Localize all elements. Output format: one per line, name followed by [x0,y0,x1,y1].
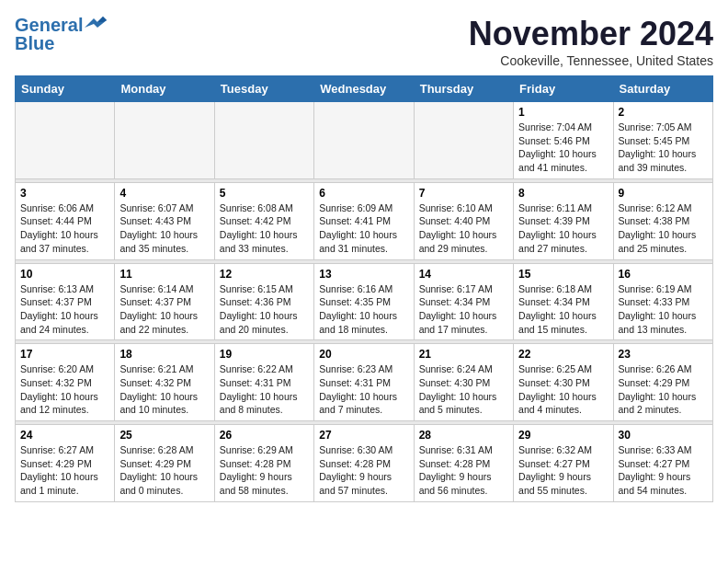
table-row: 28Sunrise: 6:31 AM Sunset: 4:28 PM Dayli… [414,425,513,502]
page-header: General Blue November 2024 Cookeville, T… [15,15,713,68]
table-row: 3Sunrise: 6:06 AM Sunset: 4:44 PM Daylig… [16,182,115,259]
day-number: 5 [220,187,309,200]
table-row: 18Sunrise: 6:21 AM Sunset: 4:32 PM Dayli… [115,344,214,421]
day-info: Sunrise: 6:09 AM Sunset: 4:41 PM Dayligh… [319,201,408,256]
table-row: 21Sunrise: 6:24 AM Sunset: 4:30 PM Dayli… [414,344,513,421]
calendar-table: Sunday Monday Tuesday Wednesday Thursday… [15,75,713,502]
table-row: 27Sunrise: 6:30 AM Sunset: 4:28 PM Dayli… [314,425,414,502]
day-info: Sunrise: 6:33 AM Sunset: 4:27 PM Dayligh… [619,443,708,498]
day-number: 12 [220,268,309,281]
table-row: 10Sunrise: 6:13 AM Sunset: 4:37 PM Dayli… [16,263,115,340]
table-row: 13Sunrise: 6:16 AM Sunset: 4:35 PM Dayli… [314,263,414,340]
table-row: 30Sunrise: 6:33 AM Sunset: 4:27 PM Dayli… [613,425,712,502]
day-info: Sunrise: 6:18 AM Sunset: 4:34 PM Dayligh… [518,282,608,337]
day-number: 6 [319,187,408,200]
calendar-week-row: 10Sunrise: 6:13 AM Sunset: 4:37 PM Dayli… [16,263,713,340]
day-info: Sunrise: 6:20 AM Sunset: 4:32 PM Dayligh… [20,362,109,417]
day-number: 27 [319,429,408,442]
table-row [314,102,414,179]
calendar-week-row: 3Sunrise: 6:06 AM Sunset: 4:44 PM Daylig… [16,182,713,259]
calendar-week-row: 24Sunrise: 6:27 AM Sunset: 4:29 PM Dayli… [16,425,713,502]
table-row: 25Sunrise: 6:28 AM Sunset: 4:29 PM Dayli… [115,425,214,502]
table-row [16,102,115,179]
day-number: 16 [619,268,708,281]
day-number: 30 [619,429,708,442]
header-monday: Monday [115,76,214,102]
day-number: 10 [20,268,109,281]
logo-bird-icon [85,15,107,31]
day-info: Sunrise: 6:12 AM Sunset: 4:38 PM Dayligh… [619,201,708,256]
day-info: Sunrise: 7:04 AM Sunset: 5:46 PM Dayligh… [518,121,608,175]
day-number: 25 [119,429,209,442]
day-info: Sunrise: 6:15 AM Sunset: 4:36 PM Dayligh… [220,282,309,337]
logo-text: General [15,15,83,35]
day-number: 20 [319,348,408,361]
table-row: 23Sunrise: 6:26 AM Sunset: 4:29 PM Dayli… [613,344,712,421]
day-info: Sunrise: 6:24 AM Sunset: 4:30 PM Dayligh… [419,362,508,417]
table-row: 20Sunrise: 6:23 AM Sunset: 4:31 PM Dayli… [314,344,414,421]
table-row: 8Sunrise: 6:11 AM Sunset: 4:39 PM Daylig… [514,182,613,259]
table-row: 16Sunrise: 6:19 AM Sunset: 4:33 PM Dayli… [613,263,712,340]
day-number: 9 [619,187,708,200]
table-row: 22Sunrise: 6:25 AM Sunset: 4:30 PM Dayli… [514,344,613,421]
day-info: Sunrise: 6:29 AM Sunset: 4:28 PM Dayligh… [220,443,309,498]
table-row: 12Sunrise: 6:15 AM Sunset: 4:36 PM Dayli… [214,263,313,340]
day-number: 22 [518,348,608,361]
header-thursday: Thursday [414,76,513,102]
header-saturday: Saturday [613,76,712,102]
calendar-header-row: Sunday Monday Tuesday Wednesday Thursday… [16,76,713,102]
table-row: 7Sunrise: 6:10 AM Sunset: 4:40 PM Daylig… [414,182,513,259]
day-number: 21 [419,348,508,361]
table-row [414,102,513,179]
day-info: Sunrise: 6:11 AM Sunset: 4:39 PM Dayligh… [518,201,608,256]
table-row: 19Sunrise: 6:22 AM Sunset: 4:31 PM Dayli… [214,344,313,421]
table-row: 26Sunrise: 6:29 AM Sunset: 4:28 PM Dayli… [214,425,313,502]
day-number: 13 [319,268,408,281]
day-info: Sunrise: 6:21 AM Sunset: 4:32 PM Dayligh… [119,362,209,417]
day-info: Sunrise: 6:23 AM Sunset: 4:31 PM Dayligh… [319,362,408,417]
day-number: 2 [619,106,708,119]
day-number: 15 [518,268,608,281]
day-info: Sunrise: 6:25 AM Sunset: 4:30 PM Dayligh… [518,362,608,417]
day-info: Sunrise: 6:13 AM Sunset: 4:37 PM Dayligh… [20,282,109,337]
day-info: Sunrise: 6:31 AM Sunset: 4:28 PM Dayligh… [419,443,508,498]
day-info: Sunrise: 6:17 AM Sunset: 4:34 PM Dayligh… [419,282,508,337]
table-row: 2Sunrise: 7:05 AM Sunset: 5:45 PM Daylig… [613,102,712,179]
day-info: Sunrise: 6:26 AM Sunset: 4:29 PM Dayligh… [619,362,708,417]
calendar-week-row: 1Sunrise: 7:04 AM Sunset: 5:46 PM Daylig… [16,102,713,179]
day-number: 17 [20,348,109,361]
day-info: Sunrise: 6:07 AM Sunset: 4:43 PM Dayligh… [119,201,209,256]
logo-blue-text: Blue [15,33,54,53]
table-row: 9Sunrise: 6:12 AM Sunset: 4:38 PM Daylig… [613,182,712,259]
header-friday: Friday [514,76,613,102]
calendar-week-row: 17Sunrise: 6:20 AM Sunset: 4:32 PM Dayli… [16,344,713,421]
day-number: 8 [518,187,608,200]
table-row: 1Sunrise: 7:04 AM Sunset: 5:46 PM Daylig… [514,102,613,179]
table-row: 15Sunrise: 6:18 AM Sunset: 4:34 PM Dayli… [514,263,613,340]
table-row: 24Sunrise: 6:27 AM Sunset: 4:29 PM Dayli… [16,425,115,502]
table-row: 6Sunrise: 6:09 AM Sunset: 4:41 PM Daylig… [314,182,414,259]
month-title: November 2024 [469,15,713,53]
day-info: Sunrise: 6:08 AM Sunset: 4:42 PM Dayligh… [220,201,309,256]
day-number: 3 [20,187,109,200]
title-block: November 2024 Cookeville, Tennessee, Uni… [469,15,713,68]
day-number: 1 [518,106,608,119]
day-info: Sunrise: 6:27 AM Sunset: 4:29 PM Dayligh… [20,443,109,498]
table-row: 5Sunrise: 6:08 AM Sunset: 4:42 PM Daylig… [214,182,313,259]
day-number: 23 [619,348,708,361]
day-number: 14 [419,268,508,281]
table-row [115,102,214,179]
header-wednesday: Wednesday [314,76,414,102]
logo: General Blue [15,15,107,53]
day-info: Sunrise: 6:32 AM Sunset: 4:27 PM Dayligh… [518,443,608,498]
day-info: Sunrise: 6:30 AM Sunset: 4:28 PM Dayligh… [319,443,408,498]
table-row: 14Sunrise: 6:17 AM Sunset: 4:34 PM Dayli… [414,263,513,340]
day-info: Sunrise: 6:10 AM Sunset: 4:40 PM Dayligh… [419,201,508,256]
day-info: Sunrise: 6:14 AM Sunset: 4:37 PM Dayligh… [119,282,209,337]
day-number: 26 [220,429,309,442]
day-number: 28 [419,429,508,442]
day-info: Sunrise: 6:22 AM Sunset: 4:31 PM Dayligh… [220,362,309,417]
header-tuesday: Tuesday [214,76,313,102]
header-sunday: Sunday [16,76,115,102]
table-row: 29Sunrise: 6:32 AM Sunset: 4:27 PM Dayli… [514,425,613,502]
